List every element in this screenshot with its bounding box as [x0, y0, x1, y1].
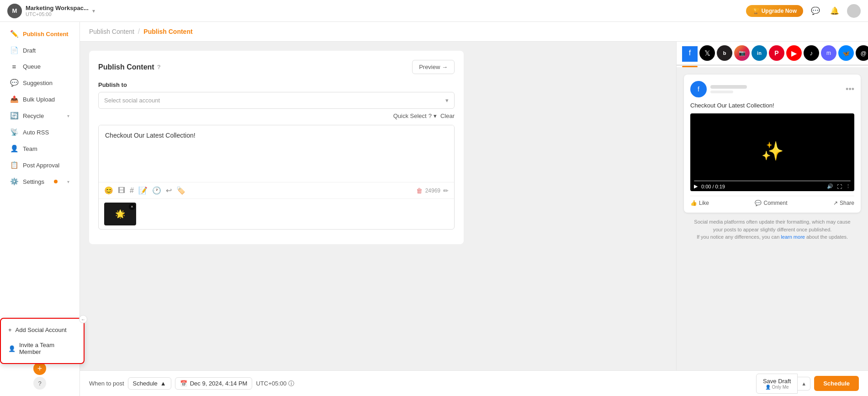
fb-share-button[interactable]: ↗ Share [833, 200, 854, 206]
tab-linkedin[interactable]: in [752, 45, 767, 61]
notifications-icon[interactable]: 🔔 [828, 4, 842, 18]
tab-pinterest[interactable]: P [769, 45, 784, 61]
arrow-icon[interactable]: ↩ [166, 186, 172, 195]
sidebar-item-label-rss: Auto RSS [23, 129, 49, 136]
fb-video-sparkle: ✨ [761, 140, 784, 162]
collapse-button[interactable]: ← [79, 315, 87, 323]
save-draft-chevron-button[interactable]: ▲ [798, 377, 810, 391]
workspace-chevron-icon[interactable]: ▾ [92, 8, 95, 14]
user-avatar[interactable] [847, 4, 861, 18]
preview-button[interactable]: Preview → [412, 60, 455, 74]
sidebar-item-queue[interactable]: ≡ Queue [3, 59, 77, 75]
like-icon: 👍 [690, 200, 697, 206]
fb-more-icon[interactable]: ⋮ [846, 183, 851, 189]
upgrade-button[interactable]: 🏆 Upgrade Now [746, 5, 803, 17]
emoji-icon[interactable]: 😊 [104, 186, 113, 195]
sidebar-item-auto-rss[interactable]: 📡 Auto RSS [3, 124, 77, 140]
sidebar-item-publish[interactable]: ✏️ Publish Content [3, 26, 77, 42]
breadcrumb: Publish Content / Publish Content [80, 22, 868, 42]
media-close-button[interactable]: × [129, 203, 135, 210]
fb-video-player[interactable]: ✨ ▶ 0:00 / 0:19 🔊 ⛶ ⋮ [690, 113, 854, 191]
messages-icon[interactable]: 💬 [809, 4, 822, 18]
hashtag-icon[interactable]: # [130, 187, 134, 195]
workspace-name: Marketing Workspac... [26, 5, 89, 11]
gif-icon[interactable]: 🎞 [118, 187, 125, 195]
fb-progress-bar [694, 180, 851, 182]
tab-instagram[interactable]: 📷 [734, 45, 750, 61]
tab-youtube[interactable]: ▶ [786, 45, 802, 61]
form-help-icon[interactable]: ? [157, 64, 161, 70]
date-picker[interactable]: 📅 Dec 9, 2024, 4:14 PM [175, 377, 253, 390]
sidebar-item-label-suggestion: Suggestion [23, 80, 53, 86]
tab-buffer[interactable]: b [717, 45, 732, 61]
settings-dot [54, 180, 58, 183]
schedule-button[interactable]: Schedule [814, 376, 859, 391]
save-draft-sub-label: Only Me [772, 385, 789, 390]
notes-icon[interactable]: 📝 [138, 186, 148, 195]
add-button[interactable]: + [33, 362, 46, 375]
fb-volume-icon[interactable]: 🔊 [827, 183, 833, 189]
fb-menu-icon[interactable]: ••• [846, 85, 854, 94]
breadcrumb-current: Publish Content [143, 28, 192, 35]
tab-mastodon[interactable]: m [821, 45, 836, 61]
timezone-display[interactable]: UTC+05:00 ⓘ [256, 380, 294, 388]
invite-team-label: Invite a Team Member [19, 342, 76, 355]
sidebar-item-suggestion[interactable]: 💬 Suggestion [3, 75, 77, 91]
share-icon: ↗ [833, 200, 838, 206]
recycle-chevron-icon: ▾ [67, 113, 69, 118]
post-content-area: 😊 🎞 # 📝 🕐 ↩ 🏷️ 🗑 24969 ✏ [98, 125, 455, 230]
learn-more-link[interactable]: learn more [781, 234, 805, 240]
user-icon: 👤 [765, 385, 771, 390]
topbar-left: M Marketing Workspac... UTC+05:00 ▾ [7, 4, 95, 18]
save-draft-button[interactable]: Save Draft 👤 Only Me [756, 374, 798, 394]
delete-icon[interactable]: 🗑 [416, 187, 423, 194]
account-select-chevron-icon: ▾ [445, 97, 449, 104]
clock-icon[interactable]: 🕐 [152, 186, 161, 195]
schedule-select-dropdown[interactable]: Schedule ▲ [128, 377, 171, 390]
social-tabs: f 𝕏 b 📷 in P ▶ ♪ m 🦋 @ [677, 42, 868, 66]
sidebar-item-bulk-upload[interactable]: 📤 Bulk Upload [3, 91, 77, 107]
comment-icon: 💬 [755, 200, 762, 206]
fb-fullscreen-icon[interactable]: ⛶ [837, 184, 842, 189]
quick-select-button[interactable]: Quick Select ? ▾ [393, 112, 437, 119]
tab-tiktok[interactable]: ♪ [804, 45, 819, 61]
help-button[interactable]: ? [33, 377, 46, 390]
post-content-textarea[interactable] [99, 125, 454, 180]
sidebar-item-draft[interactable]: 📄 Draft [3, 42, 77, 59]
sidebar-item-label-settings: Settings [23, 178, 44, 185]
fb-video-time: 0:00 / 0:19 [701, 184, 725, 189]
fb-comment-button[interactable]: 💬 Comment [755, 200, 787, 206]
add-social-account-button[interactable]: + Add Social Account [1, 322, 84, 337]
fb-play-icon[interactable]: ▶ [694, 183, 698, 189]
sidebar-item-post-approval[interactable]: 📋 Post Approval [3, 157, 77, 173]
topbar: M Marketing Workspac... UTC+05:00 ▾ 🏆 Up… [0, 0, 868, 22]
tab-facebook[interactable]: f [682, 46, 698, 62]
invite-team-member-button[interactable]: 👤 Invite a Team Member [1, 337, 84, 359]
content-area: Publish Content / Publish Content Publis… [80, 22, 868, 396]
breadcrumb-separator: / [138, 27, 140, 36]
sidebar-item-recycle[interactable]: 🔄 Recycle ▾ [3, 107, 77, 124]
sidebar-item-settings[interactable]: ⚙️ Settings ▾ [3, 173, 77, 190]
post-toolbar: 😊 🎞 # 📝 🕐 ↩ 🏷️ 🗑 24969 ✏ [99, 182, 454, 198]
share-label: Share [840, 200, 854, 206]
preview-panel: f 𝕏 b 📷 in P ▶ ♪ m 🦋 @ [676, 42, 868, 370]
tab-threads[interactable]: @ [856, 45, 868, 61]
sidebar-bottom: ← + Add Social Account 👤 Invite a Team M… [0, 356, 79, 396]
suggestion-icon: 💬 [10, 79, 18, 87]
edit-icon[interactable]: ✏ [443, 187, 449, 194]
publish-to-label: Publish to [98, 81, 455, 88]
fb-like-button[interactable]: 👍 Like [690, 200, 709, 206]
draft-icon: 📄 [10, 46, 18, 54]
fb-username-line2 [710, 91, 733, 93]
tab-twitter[interactable]: 𝕏 [699, 45, 715, 61]
sidebar-item-label-queue: Queue [23, 63, 41, 70]
sidebar-item-label-publish: Publish Content [23, 31, 69, 37]
tab-bluesky[interactable]: 🦋 [838, 45, 854, 61]
sidebar-item-label-draft: Draft [23, 47, 36, 54]
fb-actions: 👍 Like 💬 Comment ↗ Share [690, 196, 854, 206]
account-select-dropdown[interactable]: Select social account ▾ [98, 92, 455, 109]
tag-icon[interactable]: 🏷️ [176, 186, 185, 195]
sidebar-item-team[interactable]: 👤 Team [3, 140, 77, 157]
save-draft-group: Save Draft 👤 Only Me ▲ [756, 374, 810, 394]
clear-button[interactable]: Clear [440, 112, 455, 119]
